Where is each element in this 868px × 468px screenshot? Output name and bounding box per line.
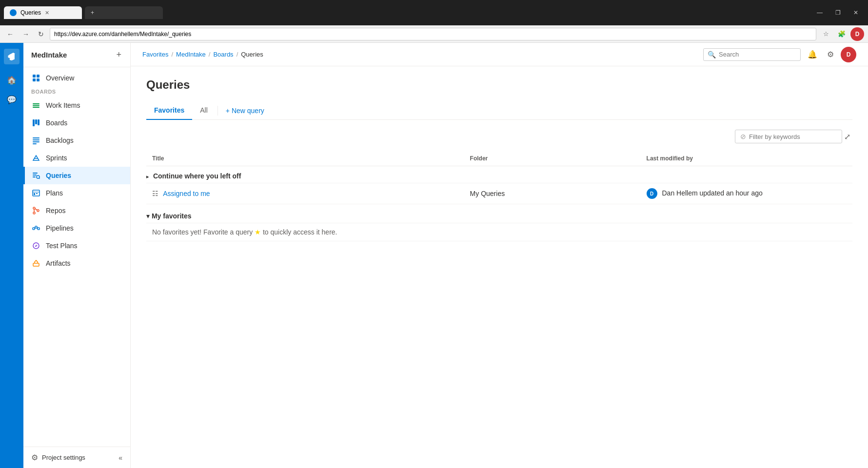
minimize-button[interactable]: — [811,7,829,18]
table-header: Title Folder Last modified by [146,151,852,166]
page-title: Queries [146,78,852,92]
sidebar-item-backlogs[interactable]: Backlogs [23,132,130,149]
url-input[interactable] [50,28,816,40]
tab-favorites[interactable]: Favorites [146,101,192,120]
sidebar-item-sprints[interactable]: Sprints [23,149,130,167]
collapse-sidebar-button[interactable]: « [118,454,122,462]
query-folder-cell: My Queries [464,183,641,204]
modified-time: updated an hour ago [700,189,763,197]
user-avatar[interactable]: D [841,47,856,62]
sidebar-item-repos-label: Repos [46,207,65,214]
svg-rect-3 [37,78,39,81]
sidebar-item-artifacts[interactable]: Artifacts [23,254,130,272]
test-plans-icon [31,241,41,251]
refresh-button[interactable]: ↻ [35,28,47,40]
add-project-button[interactable]: + [115,49,122,61]
backlogs-icon [31,136,41,145]
extensions-button[interactable]: 🧩 [835,27,848,41]
svg-rect-16 [33,176,36,177]
no-favorites-text: No favorites yet! Favorite a query [152,228,253,236]
table-row: ☷ Assigned to me My Queries D Dan Hellem… [146,183,852,204]
sidebar-nav: Overview Boards Work Items Boards [23,67,130,447]
svg-rect-15 [33,175,37,176]
svg-rect-0 [33,75,36,78]
tab-all[interactable]: All [192,101,216,120]
breadcrumb-queries: Queries [241,51,263,58]
chat-icon[interactable]: 💬 [4,92,20,107]
tab-close-button[interactable]: ✕ [45,10,49,16]
breadcrumb: Favorites / MedIntake / Boards / Queries [142,51,703,58]
svg-line-32 [37,227,38,229]
home-icon[interactable]: 🏠 [4,72,20,88]
svg-line-18 [39,178,39,178]
sidebar: MedIntake + Overview Boards Work Items [23,43,131,468]
filter-icon: ⊘ [740,133,746,140]
svg-rect-30 [38,228,39,230]
col-header-folder: Folder [464,151,641,166]
address-bar-icons: ☆ 🧩 D [819,27,864,41]
close-button[interactable]: ✕ [848,7,864,18]
svg-rect-10 [33,137,39,138]
tab-title: Queries [20,9,41,16]
filter-input-box: ⊘ [735,130,842,143]
new-tab-icon[interactable]: + [91,9,94,16]
svg-rect-2 [33,78,36,81]
tab-divider [217,106,218,116]
sidebar-item-test-plans-label: Test Plans [46,242,78,250]
query-assigned-to-me-link[interactable]: Assigned to me [163,190,210,197]
star-icon: ★ [255,228,261,236]
project-settings-label[interactable]: Project settings [42,454,85,461]
new-query-button[interactable]: + New query [220,104,270,117]
pipelines-icon [31,223,41,233]
breadcrumb-boards[interactable]: Boards [213,51,233,58]
filter-keywords-input[interactable] [749,133,837,140]
search-input[interactable] [719,51,796,58]
sidebar-item-plans[interactable]: Plans [23,184,130,202]
filter-row: ⊘ ⤢ [146,130,852,143]
sidebar-item-queries[interactable]: Queries [23,167,130,184]
svg-rect-4 [33,103,39,104]
sidebar-item-boards-group: Boards [23,87,130,97]
svg-rect-5 [33,105,39,106]
svg-rect-34 [33,263,39,266]
queries-table: Title Folder Last modified by ▸ Continue… [146,151,852,241]
forward-button[interactable]: → [20,28,32,40]
breadcrumb-medintake[interactable]: MedIntake [176,51,206,58]
sprints-icon [31,153,41,163]
section-favorites-toggle[interactable]: ▾ [146,212,150,220]
breadcrumb-danhellem[interactable]: Favorites [142,51,168,58]
settings-button[interactable]: ⚙ [824,47,837,62]
empty-favorites-row: No favorites yet! Favorite a query ★ to … [146,223,852,241]
section-continue-toggle[interactable]: ▸ [146,174,149,179]
star-button[interactable]: ☆ [819,27,833,41]
window-controls: — ❐ ✕ [811,7,864,18]
svg-rect-21 [34,193,35,195]
sidebar-item-overview[interactable]: Overview [23,69,130,87]
profile-button[interactable]: D [850,27,864,41]
section-continue-label: Continue where you left off [153,172,241,180]
section-favorites-label: My favorites [152,212,192,220]
maximize-button[interactable]: ❐ [829,7,847,18]
sidebar-item-repos[interactable]: Repos [23,202,130,219]
sidebar-item-work-items[interactable]: Work Items [23,97,130,114]
sidebar-item-pipelines[interactable]: Pipelines [23,219,130,237]
query-title-cell: ☷ Assigned to me [146,183,464,204]
repos-icon [31,206,41,215]
expand-button[interactable]: ⤢ [842,130,852,143]
org-icon[interactable] [4,49,20,64]
svg-line-31 [35,227,35,229]
svg-rect-8 [35,119,37,124]
inactive-tab[interactable]: + [85,6,163,19]
notifications-button[interactable]: 🔔 [805,47,820,62]
breadcrumb-sep-2: / [209,51,211,58]
active-tab[interactable]: Queries ✕ [4,6,82,19]
sidebar-item-boards[interactable]: Boards [23,114,130,132]
svg-line-27 [35,209,38,210]
work-items-icon [31,100,41,110]
project-name: MedIntake [31,51,67,59]
modified-user-avatar: D [647,188,657,199]
sidebar-item-test-plans[interactable]: Test Plans [23,237,130,254]
back-button[interactable]: ← [4,28,17,40]
artifacts-icon [31,258,41,268]
sidebar-item-artifacts-label: Artifacts [46,259,71,267]
